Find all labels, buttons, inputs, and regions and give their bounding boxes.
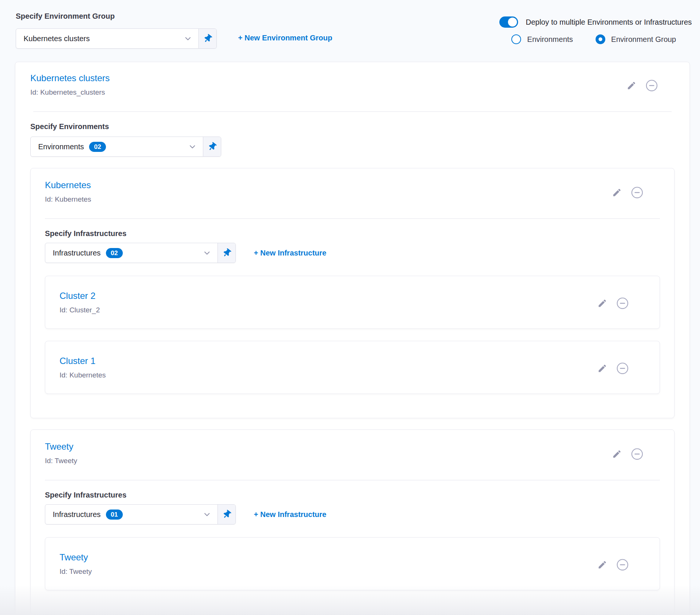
remove-infrastructure-button[interactable]	[616, 297, 629, 310]
deploy-multiple-toggle-label: Deploy to multiple Environments or Infra…	[526, 18, 692, 27]
environment-card-header: Tweety Id: Tweety	[45, 441, 660, 465]
radio-unselected-icon	[511, 34, 521, 44]
infrastructure-card-header: Cluster 2 Id: Cluster_2	[60, 290, 645, 314]
environments-count-badge: 02	[89, 142, 106, 152]
pencil-icon	[597, 299, 607, 308]
infrastructures-count-badge: 02	[106, 248, 123, 258]
environment-group-select-value: Kubernetes clusters	[24, 34, 90, 43]
new-infrastructure-link[interactable]: + New Infrastructure	[254, 249, 326, 257]
infrastructure-title: Tweety	[60, 552, 645, 563]
specify-infrastructures-label: Specify Infrastructures	[45, 229, 660, 238]
pencil-icon	[597, 560, 607, 570]
remove-environment-button[interactable]	[631, 448, 643, 461]
chevron-down-icon	[203, 510, 211, 519]
infrastructures-select-field[interactable]: Infrastructures 02	[45, 243, 217, 263]
specify-infrastructures-label: Specify Infrastructures	[45, 491, 660, 499]
pin-infrastructures-button[interactable]	[217, 243, 235, 263]
chevron-down-icon	[183, 34, 192, 43]
pin-environments-button[interactable]	[203, 137, 221, 156]
infrastructure-id: Id: Kubernetes	[60, 371, 645, 379]
minus-circle-icon	[631, 186, 643, 199]
infrastructures-select: Infrastructures 02	[45, 243, 236, 263]
edit-environment-button[interactable]	[612, 188, 622, 198]
pin-infrastructures-button[interactable]	[217, 505, 235, 524]
environment-title: Kubernetes	[45, 180, 660, 191]
pin-environment-group-button[interactable]	[198, 29, 216, 48]
remove-environment-group-button[interactable]	[645, 79, 658, 92]
edit-infrastructure-button[interactable]	[597, 560, 607, 570]
pencil-icon	[612, 449, 622, 459]
infrastructures-select-value: Infrastructures	[53, 510, 101, 519]
infrastructure-id: Id: Tweety	[60, 567, 645, 576]
edit-environment-group-button[interactable]	[627, 81, 636, 91]
deploy-target-radio-group: Environments Environment Group	[511, 34, 676, 44]
divider	[33, 111, 672, 112]
minus-circle-icon	[616, 362, 629, 375]
infrastructure-card-tweety: Tweety Id: Tweety	[45, 537, 660, 590]
environment-group-select-field[interactable]: Kubernetes clusters	[16, 29, 198, 48]
radio-selected-icon	[596, 34, 605, 44]
minus-circle-icon	[616, 297, 629, 310]
deploy-multiple-toggle-row: Deploy to multiple Environments or Infra…	[499, 16, 692, 28]
infrastructures-select-value: Infrastructures	[53, 249, 101, 257]
new-environment-group-link[interactable]: + New Environment Group	[238, 34, 332, 42]
minus-circle-icon	[616, 559, 629, 571]
specify-environments-label: Specify Environments	[30, 122, 675, 131]
environments-select: Environments 02	[30, 137, 221, 157]
infrastructure-card-header: Tweety Id: Tweety	[60, 552, 645, 576]
edit-infrastructure-button[interactable]	[597, 364, 607, 373]
toggle-knob	[508, 18, 517, 27]
pencil-icon	[597, 364, 607, 373]
edit-infrastructure-button[interactable]	[597, 299, 607, 308]
pushpin-icon	[221, 509, 232, 520]
environment-group-card-header: Kubernetes clusters Id: Kubernetes_clust…	[30, 73, 675, 97]
infrastructure-card-cluster-1: Cluster 1 Id: Kubernetes	[45, 341, 660, 394]
environment-card-tweety: Tweety Id: Tweety Specify Infrastructure…	[30, 429, 675, 615]
radio-environment-group[interactable]: Environment Group	[596, 34, 676, 44]
minus-circle-icon	[631, 448, 643, 461]
environment-group-id: Id: Kubernetes_clusters	[30, 88, 675, 97]
infrastructures-count-badge: 01	[106, 510, 123, 520]
environments-select-field[interactable]: Environments 02	[31, 137, 203, 156]
infrastructure-card-cluster-2: Cluster 2 Id: Cluster_2	[45, 276, 660, 329]
environment-group-card: Kubernetes clusters Id: Kubernetes_clust…	[15, 62, 690, 615]
pushpin-icon	[221, 247, 232, 259]
environment-title: Tweety	[45, 441, 660, 452]
radio-environments[interactable]: Environments	[511, 34, 573, 44]
edit-environment-button[interactable]	[612, 449, 622, 459]
specify-environment-group-label: Specify Environment Group	[16, 12, 115, 21]
pushpin-icon	[206, 141, 218, 153]
infrastructure-title: Cluster 2	[60, 290, 645, 302]
divider	[45, 218, 660, 219]
remove-infrastructure-button[interactable]	[616, 559, 629, 571]
infrastructure-title: Cluster 1	[60, 355, 645, 367]
infrastructures-select-field[interactable]: Infrastructures 01	[45, 505, 217, 524]
minus-circle-icon	[645, 79, 658, 92]
radio-environments-label: Environments	[527, 35, 573, 44]
environment-group-select: Kubernetes clusters	[16, 28, 217, 49]
divider	[45, 480, 660, 480]
pencil-icon	[627, 81, 636, 91]
environment-card-kubernetes: Kubernetes Id: Kubernetes Specify Infras…	[30, 168, 675, 418]
deploy-environments-page: Specify Environment Group Kubernetes clu…	[0, 0, 700, 615]
environment-card-header: Kubernetes Id: Kubernetes	[45, 180, 660, 204]
remove-infrastructure-button[interactable]	[616, 362, 629, 375]
environment-id: Id: Tweety	[45, 457, 660, 465]
radio-environment-group-label: Environment Group	[611, 35, 676, 44]
infrastructure-card-header: Cluster 1 Id: Kubernetes	[60, 355, 645, 379]
deploy-multiple-toggle[interactable]	[499, 16, 518, 28]
pencil-icon	[612, 188, 622, 198]
remove-environment-button[interactable]	[631, 186, 643, 199]
environment-id: Id: Kubernetes	[45, 195, 660, 204]
infrastructure-id: Id: Cluster_2	[60, 306, 645, 314]
new-infrastructure-link[interactable]: + New Infrastructure	[254, 510, 326, 519]
chevron-down-icon	[203, 248, 211, 257]
pushpin-icon	[202, 33, 213, 45]
environment-group-title: Kubernetes clusters	[30, 73, 675, 84]
chevron-down-icon	[188, 142, 197, 151]
infrastructures-select: Infrastructures 01	[45, 504, 236, 524]
environments-select-value: Environments	[38, 143, 84, 151]
